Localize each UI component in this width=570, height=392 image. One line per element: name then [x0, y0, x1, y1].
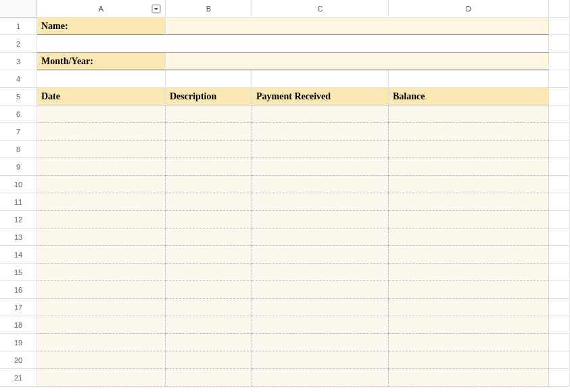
data-cell-description[interactable]	[166, 351, 252, 369]
col-header-d[interactable]: D	[389, 0, 549, 18]
header-date[interactable]: Date	[37, 88, 166, 105]
empty-cell[interactable]	[549, 316, 570, 334]
data-cell-balance[interactable]	[389, 316, 549, 334]
row-header-16[interactable]: 16	[0, 281, 37, 299]
col-header-a[interactable]: A	[37, 0, 166, 18]
empty-cell[interactable]	[549, 299, 570, 316]
data-cell-date[interactable]	[37, 193, 166, 211]
data-cell-balance[interactable]	[389, 299, 549, 316]
row-header-1[interactable]: 1	[0, 18, 37, 35]
data-cell-balance[interactable]	[389, 141, 549, 158]
data-cell-balance[interactable]	[389, 176, 549, 193]
data-cell-description[interactable]	[166, 316, 252, 334]
row-header-10[interactable]: 10	[0, 176, 37, 193]
data-cell-payment_received[interactable]	[252, 369, 389, 387]
row-header-12[interactable]: 12	[0, 211, 37, 228]
row-header-7[interactable]: 7	[0, 123, 37, 141]
data-cell-date[interactable]	[37, 281, 166, 299]
data-cell-balance[interactable]	[389, 351, 549, 369]
row-header-3[interactable]: 3	[0, 53, 37, 70]
cell-a4[interactable]	[37, 70, 166, 88]
data-cell-date[interactable]	[37, 105, 166, 123]
data-cell-description[interactable]	[166, 299, 252, 316]
data-cell-description[interactable]	[166, 105, 252, 123]
row-header-17[interactable]: 17	[0, 299, 37, 316]
empty-cell[interactable]	[549, 88, 570, 105]
row-header-20[interactable]: 20	[0, 351, 37, 369]
empty-cell[interactable]	[549, 246, 570, 264]
filter-dropdown-icon[interactable]	[151, 4, 161, 14]
data-cell-date[interactable]	[37, 123, 166, 141]
month-year-label-cell[interactable]: Month/Year:	[37, 53, 166, 70]
header-payment-received[interactable]: Payment Received	[252, 88, 389, 105]
empty-cell[interactable]	[549, 281, 570, 299]
row-header-5[interactable]: 5	[0, 88, 37, 105]
data-cell-payment_received[interactable]	[252, 281, 389, 299]
data-cell-description[interactable]	[166, 193, 252, 211]
empty-cell[interactable]	[549, 123, 570, 141]
empty-cell[interactable]	[549, 105, 570, 123]
select-all-corner[interactable]	[0, 0, 37, 18]
data-cell-balance[interactable]	[389, 158, 549, 176]
row-header-14[interactable]: 14	[0, 246, 37, 264]
data-cell-payment_received[interactable]	[252, 228, 389, 246]
data-cell-balance[interactable]	[389, 211, 549, 228]
empty-cell[interactable]	[549, 193, 570, 211]
empty-cell[interactable]	[549, 70, 570, 88]
data-cell-date[interactable]	[37, 369, 166, 387]
empty-cell[interactable]	[549, 176, 570, 193]
data-cell-balance[interactable]	[389, 264, 549, 281]
data-cell-description[interactable]	[166, 176, 252, 193]
data-cell-payment_received[interactable]	[252, 141, 389, 158]
empty-cell[interactable]	[549, 158, 570, 176]
row-header-13[interactable]: 13	[0, 228, 37, 246]
row-header-21[interactable]: 21	[0, 369, 37, 387]
data-cell-date[interactable]	[37, 316, 166, 334]
data-cell-date[interactable]	[37, 351, 166, 369]
data-cell-date[interactable]	[37, 264, 166, 281]
data-cell-payment_received[interactable]	[252, 211, 389, 228]
row-header-15[interactable]: 15	[0, 264, 37, 281]
data-cell-description[interactable]	[166, 264, 252, 281]
data-cell-date[interactable]	[37, 176, 166, 193]
data-cell-date[interactable]	[37, 158, 166, 176]
data-cell-payment_received[interactable]	[252, 264, 389, 281]
data-cell-balance[interactable]	[389, 123, 549, 141]
data-cell-date[interactable]	[37, 299, 166, 316]
data-cell-balance[interactable]	[389, 334, 549, 351]
cell-d4[interactable]	[389, 70, 549, 88]
data-cell-payment_received[interactable]	[252, 316, 389, 334]
empty-cell[interactable]	[549, 351, 570, 369]
empty-cell[interactable]	[549, 35, 570, 53]
data-cell-description[interactable]	[166, 211, 252, 228]
data-cell-payment_received[interactable]	[252, 351, 389, 369]
data-cell-payment_received[interactable]	[252, 158, 389, 176]
name-value-cell[interactable]	[166, 18, 549, 35]
data-cell-balance[interactable]	[389, 105, 549, 123]
empty-cell[interactable]	[549, 53, 570, 70]
row-header-4[interactable]: 4	[0, 70, 37, 88]
row-header-11[interactable]: 11	[0, 193, 37, 211]
data-cell-date[interactable]	[37, 211, 166, 228]
data-cell-payment_received[interactable]	[252, 299, 389, 316]
data-cell-date[interactable]	[37, 334, 166, 351]
data-cell-payment_received[interactable]	[252, 334, 389, 351]
data-cell-description[interactable]	[166, 123, 252, 141]
empty-cell[interactable]	[549, 264, 570, 281]
header-balance[interactable]: Balance	[389, 88, 549, 105]
empty-cell[interactable]	[549, 369, 570, 387]
data-cell-payment_received[interactable]	[252, 105, 389, 123]
data-cell-payment_received[interactable]	[252, 123, 389, 141]
cell-c4[interactable]	[252, 70, 389, 88]
data-cell-payment_received[interactable]	[252, 246, 389, 264]
data-cell-description[interactable]	[166, 369, 252, 387]
data-cell-balance[interactable]	[389, 193, 549, 211]
row-header-6[interactable]: 6	[0, 105, 37, 123]
row-header-19[interactable]: 19	[0, 334, 37, 351]
name-label-cell[interactable]: Name:	[37, 18, 166, 35]
empty-cell[interactable]	[549, 141, 570, 158]
cell-b4[interactable]	[166, 70, 252, 88]
col-header-e[interactable]	[549, 0, 570, 18]
data-cell-date[interactable]	[37, 228, 166, 246]
data-cell-balance[interactable]	[389, 369, 549, 387]
